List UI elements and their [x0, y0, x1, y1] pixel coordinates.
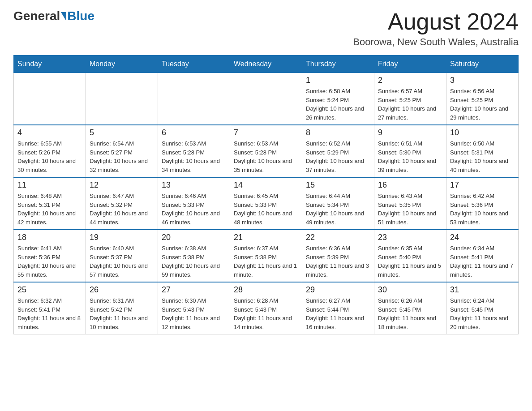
day-info: Sunrise: 6:56 AMSunset: 5:25 PMDaylight:…	[450, 87, 515, 122]
calendar-cell: 7Sunrise: 6:53 AMSunset: 5:28 PMDaylight…	[230, 125, 302, 177]
day-info: Sunrise: 6:45 AMSunset: 5:33 PMDaylight:…	[234, 192, 298, 227]
weekday-header-monday: Monday	[86, 56, 158, 73]
day-info: Sunrise: 6:53 AMSunset: 5:28 PMDaylight:…	[162, 139, 226, 174]
calendar-cell	[86, 73, 158, 125]
calendar-cell: 23Sunrise: 6:35 AMSunset: 5:40 PMDayligh…	[374, 230, 446, 282]
day-number: 15	[306, 180, 370, 190]
day-number: 14	[234, 180, 298, 190]
day-number: 16	[378, 180, 442, 190]
calendar-cell: 10Sunrise: 6:50 AMSunset: 5:31 PMDayligh…	[446, 125, 519, 177]
day-number: 3	[450, 76, 515, 85]
day-info: Sunrise: 6:24 AMSunset: 5:45 PMDaylight:…	[450, 296, 515, 331]
calendar-cell: 18Sunrise: 6:41 AMSunset: 5:36 PMDayligh…	[14, 230, 86, 282]
page-header: General Blue August 2024 Boorowa, New So…	[13, 9, 519, 48]
day-number: 9	[378, 128, 442, 137]
calendar-cell: 21Sunrise: 6:37 AMSunset: 5:38 PMDayligh…	[230, 230, 302, 282]
day-info: Sunrise: 6:40 AMSunset: 5:37 PMDaylight:…	[90, 244, 154, 279]
weekday-header-sunday: Sunday	[14, 56, 86, 73]
weekday-header-friday: Friday	[374, 56, 446, 73]
day-number: 8	[306, 128, 370, 137]
day-number: 25	[17, 285, 82, 295]
day-number: 26	[90, 285, 154, 295]
calendar-week-row: 11Sunrise: 6:48 AMSunset: 5:31 PMDayligh…	[14, 177, 519, 230]
calendar-cell	[230, 73, 302, 125]
weekday-header-saturday: Saturday	[446, 56, 519, 73]
calendar-cell: 2Sunrise: 6:57 AMSunset: 5:25 PMDaylight…	[374, 73, 446, 125]
calendar-cell: 28Sunrise: 6:28 AMSunset: 5:43 PMDayligh…	[230, 282, 302, 334]
calendar-cell: 9Sunrise: 6:51 AMSunset: 5:30 PMDaylight…	[374, 125, 446, 177]
title-area: August 2024 Boorowa, New South Wales, Au…	[353, 9, 519, 48]
calendar-cell: 30Sunrise: 6:26 AMSunset: 5:45 PMDayligh…	[374, 282, 446, 334]
day-number: 17	[450, 180, 515, 190]
calendar-cell: 20Sunrise: 6:38 AMSunset: 5:38 PMDayligh…	[158, 230, 230, 282]
day-info: Sunrise: 6:47 AMSunset: 5:32 PMDaylight:…	[90, 192, 154, 227]
day-number: 12	[90, 180, 154, 190]
day-info: Sunrise: 6:51 AMSunset: 5:30 PMDaylight:…	[378, 139, 442, 174]
day-number: 24	[450, 233, 515, 242]
day-number: 2	[378, 76, 442, 85]
calendar-cell: 27Sunrise: 6:30 AMSunset: 5:43 PMDayligh…	[158, 282, 230, 334]
calendar-header-row: SundayMondayTuesdayWednesdayThursdayFrid…	[14, 56, 519, 73]
day-number: 27	[162, 285, 226, 295]
calendar-week-row: 18Sunrise: 6:41 AMSunset: 5:36 PMDayligh…	[14, 230, 519, 282]
day-info: Sunrise: 6:42 AMSunset: 5:36 PMDaylight:…	[450, 192, 515, 227]
day-info: Sunrise: 6:54 AMSunset: 5:27 PMDaylight:…	[90, 139, 154, 174]
day-info: Sunrise: 6:44 AMSunset: 5:34 PMDaylight:…	[306, 192, 370, 227]
day-info: Sunrise: 6:55 AMSunset: 5:26 PMDaylight:…	[17, 139, 82, 174]
calendar-cell	[14, 73, 86, 125]
day-info: Sunrise: 6:57 AMSunset: 5:25 PMDaylight:…	[378, 87, 442, 122]
day-number: 23	[378, 233, 442, 242]
day-info: Sunrise: 6:58 AMSunset: 5:24 PMDaylight:…	[306, 87, 370, 122]
calendar-cell: 24Sunrise: 6:34 AMSunset: 5:41 PMDayligh…	[446, 230, 519, 282]
day-number: 7	[234, 128, 298, 137]
logo-triangle-icon	[61, 12, 66, 21]
day-number: 5	[90, 128, 154, 137]
calendar-cell: 19Sunrise: 6:40 AMSunset: 5:37 PMDayligh…	[86, 230, 158, 282]
calendar-cell: 26Sunrise: 6:31 AMSunset: 5:42 PMDayligh…	[86, 282, 158, 334]
day-number: 30	[378, 285, 442, 295]
logo-general-text: General	[13, 9, 60, 23]
location-title: Boorowa, New South Wales, Australia	[353, 36, 519, 48]
weekday-header-tuesday: Tuesday	[158, 56, 230, 73]
calendar-cell: 11Sunrise: 6:48 AMSunset: 5:31 PMDayligh…	[14, 177, 86, 230]
calendar-cell: 8Sunrise: 6:52 AMSunset: 5:29 PMDaylight…	[302, 125, 374, 177]
day-info: Sunrise: 6:28 AMSunset: 5:43 PMDaylight:…	[234, 296, 298, 331]
day-number: 10	[450, 128, 515, 137]
calendar-cell: 25Sunrise: 6:32 AMSunset: 5:41 PMDayligh…	[14, 282, 86, 334]
day-info: Sunrise: 6:41 AMSunset: 5:36 PMDaylight:…	[17, 244, 82, 279]
calendar-cell: 12Sunrise: 6:47 AMSunset: 5:32 PMDayligh…	[86, 177, 158, 230]
day-info: Sunrise: 6:38 AMSunset: 5:38 PMDaylight:…	[162, 244, 226, 279]
calendar-cell: 3Sunrise: 6:56 AMSunset: 5:25 PMDaylight…	[446, 73, 519, 125]
day-number: 1	[306, 76, 370, 85]
weekday-header-thursday: Thursday	[302, 56, 374, 73]
day-info: Sunrise: 6:43 AMSunset: 5:35 PMDaylight:…	[378, 192, 442, 227]
day-info: Sunrise: 6:31 AMSunset: 5:42 PMDaylight:…	[90, 296, 154, 331]
calendar-cell: 17Sunrise: 6:42 AMSunset: 5:36 PMDayligh…	[446, 177, 519, 230]
calendar-table: SundayMondayTuesdayWednesdayThursdayFrid…	[13, 55, 519, 334]
month-title: August 2024	[353, 9, 519, 34]
calendar-cell: 22Sunrise: 6:36 AMSunset: 5:39 PMDayligh…	[302, 230, 374, 282]
calendar-cell: 16Sunrise: 6:43 AMSunset: 5:35 PMDayligh…	[374, 177, 446, 230]
logo: General Blue	[13, 9, 94, 23]
day-info: Sunrise: 6:46 AMSunset: 5:33 PMDaylight:…	[162, 192, 226, 227]
day-number: 18	[17, 233, 82, 242]
logo-blue-text: Blue	[67, 9, 94, 23]
day-number: 19	[90, 233, 154, 242]
calendar-cell: 31Sunrise: 6:24 AMSunset: 5:45 PMDayligh…	[446, 282, 519, 334]
day-number: 11	[17, 180, 82, 190]
calendar-week-row: 4Sunrise: 6:55 AMSunset: 5:26 PMDaylight…	[14, 125, 519, 177]
day-number: 29	[306, 285, 370, 295]
day-number: 28	[234, 285, 298, 295]
day-number: 4	[17, 128, 82, 137]
day-info: Sunrise: 6:32 AMSunset: 5:41 PMDaylight:…	[17, 296, 82, 331]
calendar-cell: 6Sunrise: 6:53 AMSunset: 5:28 PMDaylight…	[158, 125, 230, 177]
day-info: Sunrise: 6:53 AMSunset: 5:28 PMDaylight:…	[234, 139, 298, 174]
day-info: Sunrise: 6:35 AMSunset: 5:40 PMDaylight:…	[378, 244, 442, 279]
day-number: 20	[162, 233, 226, 242]
calendar-cell: 4Sunrise: 6:55 AMSunset: 5:26 PMDaylight…	[14, 125, 86, 177]
day-number: 13	[162, 180, 226, 190]
day-info: Sunrise: 6:50 AMSunset: 5:31 PMDaylight:…	[450, 139, 515, 174]
calendar-cell: 15Sunrise: 6:44 AMSunset: 5:34 PMDayligh…	[302, 177, 374, 230]
day-number: 31	[450, 285, 515, 295]
calendar-cell: 1Sunrise: 6:58 AMSunset: 5:24 PMDaylight…	[302, 73, 374, 125]
